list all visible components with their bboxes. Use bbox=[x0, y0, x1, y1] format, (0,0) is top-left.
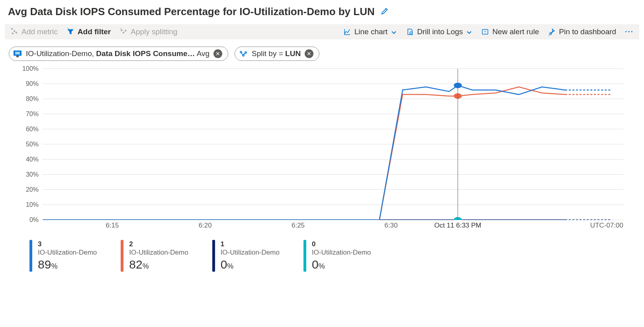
chart-type-label: Line chart bbox=[354, 27, 388, 36]
chevron-down-icon bbox=[391, 29, 397, 35]
legend-series-name: 1 bbox=[221, 240, 280, 248]
legend-resource-name: IO-Utilization-Demo bbox=[221, 248, 280, 257]
legend-item[interactable]: 2 IO-Utilization-Demo 82% bbox=[121, 240, 188, 272]
more-button[interactable]: ··· bbox=[625, 27, 634, 36]
chart-area[interactable]: 0%10%20%30%40%50%60%70%80%90%100% 6:156:… bbox=[13, 69, 631, 236]
apply-splitting-label: Apply splitting bbox=[131, 27, 177, 36]
legend-series-name: 2 bbox=[129, 240, 188, 248]
chevron-down-icon bbox=[466, 29, 472, 35]
svg-point-2 bbox=[16, 32, 17, 33]
new-alert-label: New alert rule bbox=[492, 27, 539, 36]
y-tick-label: 10% bbox=[17, 201, 39, 208]
y-tick-label: 60% bbox=[17, 126, 39, 133]
metric-pill-text: IO-Utilization-Demo, Data Disk IOPS Cons… bbox=[26, 49, 209, 58]
x-tick-label: 6:20 bbox=[199, 222, 212, 230]
pin-icon bbox=[548, 28, 556, 36]
legend-item[interactable]: 0 IO-Utilization-Demo 0% bbox=[303, 240, 371, 272]
y-tick-label: 100% bbox=[17, 65, 39, 72]
edit-title-icon[interactable] bbox=[380, 7, 389, 17]
legend-current-value: 82% bbox=[129, 257, 188, 272]
legend-resource-name: IO-Utilization-Demo bbox=[312, 248, 371, 257]
y-tick-label: 70% bbox=[17, 111, 39, 118]
y-tick-label: 90% bbox=[17, 80, 39, 88]
legend-color-bar bbox=[303, 240, 306, 272]
timezone-label: UTC-07:00 bbox=[590, 222, 623, 230]
chart-toolbar: Add metric Add filter Apply splitting Li… bbox=[5, 24, 639, 39]
svg-point-0 bbox=[12, 33, 14, 34]
legend-resource-name: IO-Utilization-Demo bbox=[129, 248, 188, 257]
legend-current-value: 0% bbox=[221, 257, 280, 272]
add-metric-button[interactable]: Add metric bbox=[10, 27, 58, 36]
alert-icon bbox=[481, 28, 489, 36]
svg-point-3 bbox=[121, 30, 122, 31]
remove-metric-icon[interactable]: ✕ bbox=[213, 49, 222, 58]
legend-color-bar bbox=[29, 240, 32, 272]
legend-item[interactable]: 1 IO-Utilization-Demo 0% bbox=[212, 240, 280, 272]
svg-point-1 bbox=[14, 31, 15, 32]
logs-icon bbox=[406, 28, 414, 36]
new-alert-button[interactable]: New alert rule bbox=[481, 27, 539, 36]
page-title: Avg Data Disk IOPS Consumed Percentage f… bbox=[8, 6, 375, 18]
cursor-time-label: Oct 11 6:33 PM bbox=[434, 222, 481, 230]
y-tick-label: 50% bbox=[17, 141, 39, 148]
add-filter-label: Add filter bbox=[78, 27, 111, 36]
legend-series-name: 3 bbox=[38, 240, 97, 248]
time-cursor bbox=[458, 69, 458, 220]
svg-point-11 bbox=[240, 51, 242, 53]
legend-series-name: 0 bbox=[312, 240, 371, 248]
remove-split-icon[interactable]: ✕ bbox=[305, 49, 313, 58]
y-tick-label: 80% bbox=[17, 95, 39, 103]
line-chart-icon bbox=[343, 28, 351, 36]
drill-logs-label: Drill into Logs bbox=[417, 27, 463, 36]
split-pill[interactable]: Split by = LUN ✕ bbox=[235, 47, 319, 61]
y-tick-label: 30% bbox=[17, 171, 39, 178]
legend-color-bar bbox=[121, 240, 123, 272]
pin-dashboard-button[interactable]: Pin to dashboard bbox=[548, 27, 616, 36]
drill-logs-button[interactable]: Drill into Logs bbox=[406, 27, 472, 36]
add-metric-label: Add metric bbox=[22, 27, 58, 36]
vm-icon bbox=[13, 50, 22, 58]
svg-point-4 bbox=[123, 32, 124, 33]
y-tick-label: 20% bbox=[17, 186, 39, 193]
add-filter-button[interactable]: Add filter bbox=[67, 27, 111, 36]
legend-current-value: 0% bbox=[312, 257, 371, 272]
metric-pill[interactable]: IO-Utilization-Demo, Data Disk IOPS Cons… bbox=[9, 47, 228, 61]
y-tick-label: 0% bbox=[17, 216, 39, 224]
svg-point-5 bbox=[125, 30, 126, 31]
chart-legend: 3 IO-Utilization-Demo 89% 2 IO-Utilizati… bbox=[5, 236, 639, 272]
x-tick-label: 6:30 bbox=[384, 222, 397, 230]
split-pill-text: Split by = LUN bbox=[252, 49, 301, 58]
apply-splitting-button[interactable]: Apply splitting bbox=[119, 27, 177, 36]
svg-rect-10 bbox=[16, 56, 19, 57]
chart-type-button[interactable]: Line chart bbox=[343, 27, 397, 36]
filter-icon bbox=[67, 28, 74, 36]
y-tick-label: 40% bbox=[17, 156, 39, 163]
x-tick-label: 6:25 bbox=[292, 222, 305, 230]
pin-dashboard-label: Pin to dashboard bbox=[559, 27, 616, 36]
split-pill-icon bbox=[239, 50, 248, 58]
legend-item[interactable]: 3 IO-Utilization-Demo 89% bbox=[29, 240, 97, 272]
legend-color-bar bbox=[212, 240, 215, 272]
add-metric-icon bbox=[10, 28, 18, 36]
legend-current-value: 89% bbox=[38, 257, 97, 272]
x-tick-label: 6:15 bbox=[106, 222, 119, 230]
split-icon bbox=[119, 28, 127, 36]
legend-resource-name: IO-Utilization-Demo bbox=[38, 248, 97, 257]
svg-rect-9 bbox=[15, 52, 20, 54]
